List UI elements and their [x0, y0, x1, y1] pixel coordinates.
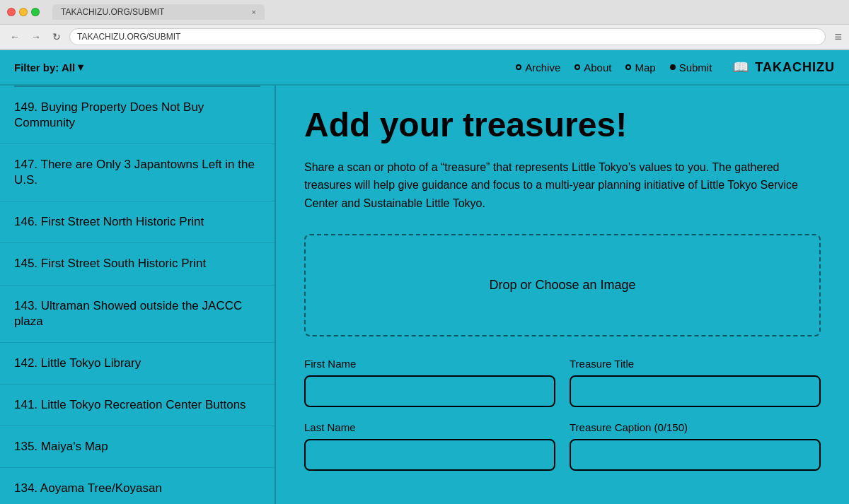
- treasure-caption-label: Treasure Caption (0/150): [570, 421, 821, 433]
- submit-label: Submit: [679, 61, 712, 74]
- about-dot-icon: [574, 64, 580, 70]
- sidebar-item-145[interactable]: 145. First Street South Historic Print: [0, 243, 275, 285]
- sidebar-item-135[interactable]: 135. Maiya's Map: [0, 426, 275, 468]
- nav-archive[interactable]: Archive: [516, 61, 560, 74]
- sidebar: 149. Buying Property Does Not Buy Commun…: [0, 86, 276, 504]
- top-nav: Filter by: All ▾ Archive About Map Submi…: [0, 50, 849, 86]
- first-name-group: First Name: [304, 358, 555, 407]
- archive-label: Archive: [525, 61, 560, 74]
- last-name-label: Last Name: [304, 421, 555, 433]
- sidebar-item-147[interactable]: 147. There are Only 3 Japantowns Left in…: [0, 144, 275, 201]
- nav-links: Archive About Map Submit: [516, 61, 712, 74]
- sidebar-item-142[interactable]: 142. Little Tokyo Library: [0, 343, 275, 385]
- treasure-title-input[interactable]: [570, 375, 821, 407]
- browser-chrome: TAKACHIZU.ORG/SUBMIT × ← → ↻ ≡: [0, 0, 849, 50]
- title-bar: TAKACHIZU.ORG/SUBMIT ×: [0, 0, 849, 25]
- archive-dot-icon: [516, 64, 521, 70]
- first-name-label: First Name: [304, 358, 555, 370]
- last-name-group: Last Name: [304, 421, 555, 471]
- tab-title: TAKACHIZU.ORG/SUBMIT: [61, 7, 164, 17]
- page-description: Share a scan or photo of a “treasure” th…: [304, 158, 814, 213]
- upload-area[interactable]: Drop or Choose an Image: [304, 234, 821, 336]
- map-label: Map: [635, 61, 655, 74]
- treasure-caption-group: Treasure Caption (0/150): [570, 421, 821, 471]
- nav-about[interactable]: About: [574, 61, 611, 74]
- tab-close-icon[interactable]: ×: [252, 8, 256, 16]
- browser-toolbar: ← → ↻ ≡: [0, 25, 849, 49]
- about-label: About: [584, 61, 611, 74]
- logo-book-icon: 📖: [733, 59, 749, 75]
- first-name-input[interactable]: [304, 375, 555, 407]
- app-container: Filter by: All ▾ Archive About Map Submi…: [0, 50, 849, 504]
- sidebar-item-149[interactable]: 149. Buying Property Does Not Buy Commun…: [0, 87, 275, 144]
- right-panel: Add your treasures! Share a scan or phot…: [276, 86, 849, 504]
- form-row-2: Last Name Treasure Caption (0/150): [304, 421, 821, 471]
- refresh-button[interactable]: ↻: [50, 30, 64, 44]
- treasure-title-label: Treasure Title: [570, 358, 821, 370]
- back-button[interactable]: ←: [7, 30, 23, 44]
- sidebar-item-141[interactable]: 141. Little Tokyo Recreation Center Butt…: [0, 385, 275, 426]
- minimize-button[interactable]: [19, 8, 28, 16]
- maximize-button[interactable]: [31, 8, 40, 16]
- nav-submit[interactable]: Submit: [670, 61, 712, 74]
- form-row-1: First Name Treasure Title: [304, 358, 821, 407]
- filter-control[interactable]: Filter by: All ▾: [14, 61, 83, 74]
- page-title: Add your treasures!: [304, 107, 821, 144]
- sidebar-item-143[interactable]: 143. Ultraman Showed outside the JACCC p…: [0, 286, 275, 343]
- filter-label: Filter by: All: [14, 61, 75, 74]
- sidebar-item-134[interactable]: 134. Aoyama Tree/Koyasan: [0, 468, 275, 504]
- logo-area: 📖 TAKACHIZU: [733, 59, 835, 75]
- traffic-lights: [7, 8, 40, 16]
- sidebar-item-146[interactable]: 146. First Street North Historic Print: [0, 201, 275, 243]
- forward-button[interactable]: →: [28, 30, 44, 44]
- last-name-input[interactable]: [304, 439, 555, 471]
- address-bar[interactable]: [69, 28, 826, 45]
- logo-text: TAKACHIZU: [755, 60, 835, 75]
- treasure-title-group: Treasure Title: [570, 358, 821, 407]
- treasure-caption-input[interactable]: [570, 439, 821, 471]
- menu-icon[interactable]: ≡: [834, 30, 842, 45]
- nav-map[interactable]: Map: [625, 61, 655, 74]
- submit-dot-icon: [670, 64, 676, 70]
- map-dot-icon: [625, 64, 631, 70]
- filter-arrow-icon: ▾: [78, 61, 83, 74]
- close-button[interactable]: [7, 8, 16, 16]
- upload-text: Drop or Choose an Image: [489, 278, 635, 292]
- browser-tab[interactable]: TAKACHIZU.ORG/SUBMIT ×: [52, 4, 265, 20]
- main-content: 149. Buying Property Does Not Buy Commun…: [0, 86, 849, 504]
